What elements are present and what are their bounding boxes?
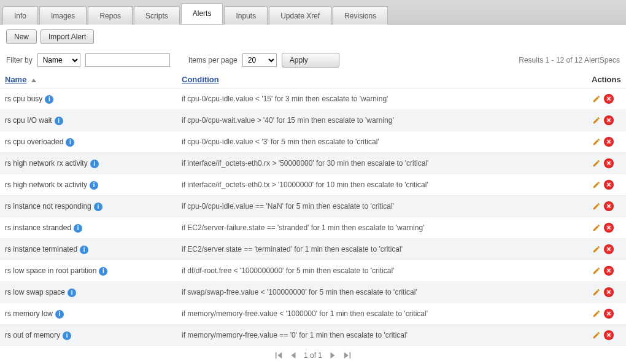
alert-name: rs instance not responding <box>5 202 91 211</box>
edit-icon[interactable] <box>592 330 601 340</box>
import-alert-button[interactable]: Import Alert <box>41 29 94 44</box>
pager-text: 1 of 1 <box>304 351 322 360</box>
filter-field-select[interactable]: Name <box>37 53 80 67</box>
edit-icon[interactable] <box>592 244 601 254</box>
pager-last-icon[interactable] <box>343 351 352 360</box>
table-row: rs cpu I/O waitiif cpu-0/cpu-wait.value … <box>0 110 626 131</box>
alert-name: rs cpu busy <box>5 95 42 103</box>
apply-button[interactable]: Apply <box>282 53 339 68</box>
alert-name: rs cpu I/O wait <box>5 116 52 125</box>
alert-name: rs instance terminated <box>5 245 77 254</box>
pager: 1 of 1 <box>0 346 626 364</box>
filter-text-input[interactable] <box>85 53 170 67</box>
items-per-page-select[interactable]: 20 <box>242 53 277 67</box>
delete-icon[interactable]: × <box>604 158 614 168</box>
alert-condition: if cpu-0/cpu-idle.value == 'NaN' for 5 m… <box>177 202 587 211</box>
alert-condition: if df/df-root.free < '1000000000' for 5 … <box>177 266 587 275</box>
edit-icon[interactable] <box>592 137 601 147</box>
info-icon[interactable]: i <box>45 95 53 104</box>
table-row: rs memory lowiif memory/memory-free.valu… <box>0 303 626 325</box>
table-row: rs cpu overloadediif cpu-0/cpu-idle.valu… <box>0 131 626 153</box>
info-icon[interactable]: i <box>63 331 71 340</box>
edit-icon[interactable] <box>592 180 601 190</box>
filter-bar: Filter by Name Items per page 20 Apply R… <box>0 49 626 71</box>
delete-icon[interactable]: × <box>604 137 614 147</box>
edit-icon[interactable] <box>592 158 601 168</box>
table-row: rs cpu busyiif cpu-0/cpu-idle.value < '1… <box>0 88 626 110</box>
tab-revisions[interactable]: Revisions <box>333 6 388 25</box>
pager-first-icon[interactable] <box>274 351 283 360</box>
column-header-name[interactable]: Name <box>5 75 26 84</box>
column-header-condition[interactable]: Condition <box>182 75 219 84</box>
alert-condition: if memory/memory-free.value == '0' for 1… <box>177 331 587 339</box>
new-button[interactable]: New <box>6 29 37 44</box>
table-row: rs low space in root partitioniif df/df-… <box>0 260 626 282</box>
tab-update-xref[interactable]: Update Xref <box>269 6 331 25</box>
delete-icon[interactable]: × <box>604 309 614 319</box>
delete-icon[interactable]: × <box>604 201 614 211</box>
alert-condition: if memory/memory-free.value < '1000000' … <box>177 309 587 318</box>
tab-inputs[interactable]: Inputs <box>224 6 268 25</box>
grid-header: Name Condition Actions <box>0 71 626 88</box>
delete-icon[interactable]: × <box>604 244 614 254</box>
edit-icon[interactable] <box>592 223 601 233</box>
alert-name: rs low swap space <box>5 288 65 296</box>
info-icon[interactable]: i <box>68 288 76 297</box>
table-row: rs high network tx activityiif interface… <box>0 174 626 196</box>
alert-condition: if EC2/server.state == 'terminated' for … <box>177 245 587 254</box>
alert-name: rs instance stranded <box>5 223 71 232</box>
tab-scripts[interactable]: Scripts <box>134 6 180 25</box>
edit-icon[interactable] <box>592 94 601 104</box>
alert-name: rs high network rx activity <box>5 159 88 168</box>
info-icon[interactable]: i <box>90 181 98 190</box>
edit-icon[interactable] <box>592 309 601 319</box>
alert-condition: if cpu-0/cpu-wait.value > '40' for 15 mi… <box>177 116 587 125</box>
pager-prev-icon[interactable] <box>289 351 298 360</box>
delete-icon[interactable]: × <box>604 287 614 297</box>
sort-ascending-icon <box>31 79 36 82</box>
edit-icon[interactable] <box>592 201 601 211</box>
tab-alerts[interactable]: Alerts <box>181 3 223 24</box>
info-icon[interactable]: i <box>80 246 88 254</box>
table-row: rs instance terminatediif EC2/server.sta… <box>0 239 626 260</box>
edit-icon[interactable] <box>592 287 601 297</box>
column-header-actions: Actions <box>592 75 621 84</box>
edit-icon[interactable] <box>592 266 601 276</box>
delete-icon[interactable]: × <box>604 266 614 276</box>
alert-condition: if swap/swap-free.value < '100000000' fo… <box>177 288 587 296</box>
filter-by-label: Filter by <box>6 56 33 64</box>
info-icon[interactable]: i <box>66 138 74 147</box>
tab-images[interactable]: Images <box>39 6 87 25</box>
results-summary: Results 1 - 12 of 12 AlertSpecs <box>519 56 620 64</box>
alert-name: rs cpu overloaded <box>5 137 63 146</box>
table-row: rs instance not respondingiif cpu-0/cpu-… <box>0 196 626 217</box>
pager-next-icon[interactable] <box>328 351 337 360</box>
alert-condition: if cpu-0/cpu-idle.value < '3' for 5 min … <box>177 137 587 146</box>
info-icon[interactable]: i <box>55 310 64 319</box>
info-icon[interactable]: i <box>99 267 107 276</box>
table-row: rs out of memoryiif memory/memory-free.v… <box>0 325 626 346</box>
table-row: rs low swap spaceiif swap/swap-free.valu… <box>0 282 626 303</box>
delete-icon[interactable]: × <box>604 115 614 125</box>
edit-icon[interactable] <box>592 115 601 125</box>
items-per-page-label: Items per page <box>188 56 238 64</box>
delete-icon[interactable]: × <box>604 223 614 233</box>
tab-strip: InfoImagesReposScriptsAlertsInputsUpdate… <box>0 0 626 25</box>
info-icon[interactable]: i <box>90 160 99 168</box>
alert-name: rs high network tx activity <box>5 180 87 189</box>
delete-icon[interactable]: × <box>604 94 614 104</box>
alert-name: rs low space in root partition <box>5 266 96 275</box>
alert-condition: if cpu-0/cpu-idle.value < '15' for 3 min… <box>177 95 587 103</box>
info-icon[interactable]: i <box>74 224 82 233</box>
delete-icon[interactable]: × <box>604 180 614 190</box>
alert-condition: if interface/if_octets-eth0.rx > '500000… <box>177 159 587 168</box>
info-icon[interactable]: i <box>55 117 63 125</box>
tab-repos[interactable]: Repos <box>88 6 133 25</box>
info-icon[interactable]: i <box>94 203 102 211</box>
table-row: rs instance strandediif EC2/server-failu… <box>0 217 626 239</box>
delete-icon[interactable]: × <box>604 330 614 340</box>
table-row: rs high network rx activityiif interface… <box>0 153 626 174</box>
alert-name: rs out of memory <box>5 331 60 339</box>
alerts-grid: Name Condition Actions rs cpu busyiif cp… <box>0 71 626 346</box>
tab-info[interactable]: Info <box>2 6 38 25</box>
